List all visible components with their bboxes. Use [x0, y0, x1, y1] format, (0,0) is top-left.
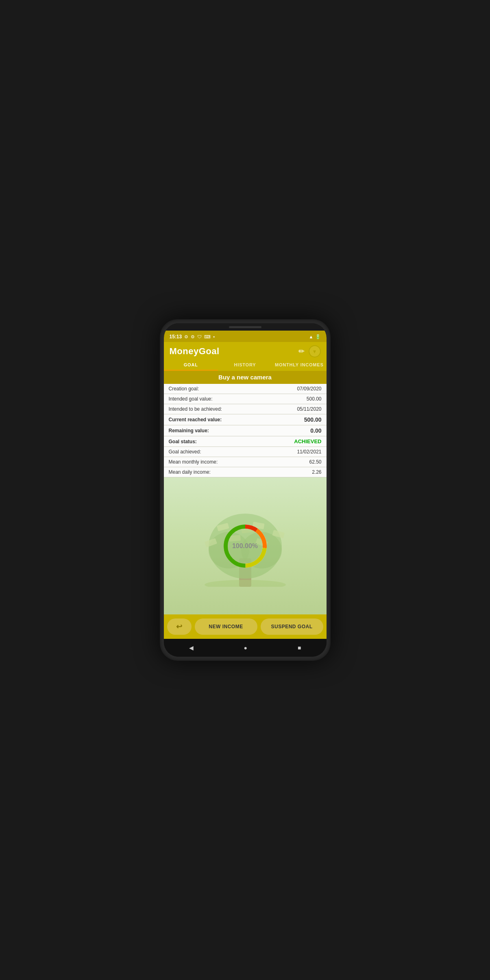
tab-history[interactable]: HISTORY	[218, 359, 272, 371]
tabs-bar: GOAL HISTORY MONTHLY INCOMES	[164, 359, 327, 371]
row-value-intended-value: 500.00	[307, 396, 322, 402]
tree-area: 100.00%	[164, 477, 327, 614]
bottom-bar: ↩ NEW INCOME SUSPEND GOAL	[164, 614, 327, 639]
android-nav-bar: ◀ ● ■	[164, 639, 327, 657]
nav-back-button[interactable]: ◀	[183, 643, 200, 653]
table-row: Remaining value: 0.00	[164, 425, 327, 436]
table-row: Mean daily income: 2.26	[164, 467, 327, 477]
nav-home-button[interactable]: ●	[237, 643, 254, 653]
row-value-remaining: 0.00	[310, 427, 321, 434]
row-value-current: 500.00	[304, 416, 322, 423]
suspend-goal-button[interactable]: SUSPEND GOAL	[261, 618, 323, 635]
row-label-goal-achieved: Goal achieved:	[169, 449, 201, 455]
shield-icon: 🛡	[197, 334, 202, 339]
signal-icon: ▲	[309, 334, 314, 339]
status-time: 15:13	[170, 334, 182, 340]
row-value-creation: 07/09/2020	[297, 386, 321, 392]
row-label-status: Goal status:	[169, 439, 197, 444]
row-label-monthly: Mean monthly income:	[169, 459, 218, 465]
app-header: MoneyGoal ✏ ▾	[164, 342, 327, 359]
notch-bar	[164, 323, 327, 331]
main-content: Buy a new camera Creation goal: 07/09/20…	[164, 371, 327, 614]
app-title: MoneyGoal	[170, 346, 220, 357]
row-label-creation: Creation goal:	[169, 386, 199, 392]
back-button[interactable]: ↩	[167, 618, 192, 635]
header-row: MoneyGoal ✏ ▾	[170, 345, 321, 357]
new-income-button[interactable]: NEW INCOME	[195, 618, 257, 635]
table-row: Intended goal value: 500.00	[164, 394, 327, 404]
phone-device: 15:13 ⚙ ⚙ 🛡 ⌨ • ▲ 🔋 MoneyGoal ✏ ▾	[160, 319, 331, 661]
row-label-remaining: Remaining value:	[169, 428, 209, 433]
row-label-intended-date: Intended to be achieved:	[169, 406, 222, 412]
progress-ring-container: 100.00%	[221, 522, 270, 571]
info-table: Creation goal: 07/09/2020 Intended goal …	[164, 384, 327, 477]
dropdown-button[interactable]: ▾	[309, 345, 321, 357]
status-left: 15:13 ⚙ ⚙ 🛡 ⌨ •	[170, 334, 215, 340]
goal-header: Buy a new camera	[164, 371, 327, 384]
row-label-current: Current reached value:	[169, 417, 222, 422]
table-row: Mean monthly income: 62.50	[164, 457, 327, 467]
nav-recents-button[interactable]: ■	[291, 643, 307, 653]
battery-icon: 🔋	[315, 334, 321, 340]
table-row: Goal achieved: 11/02/2021	[164, 447, 327, 457]
back-icon: ↩	[176, 622, 183, 631]
table-row: Creation goal: 07/09/2020	[164, 384, 327, 394]
status-right: ▲ 🔋	[309, 334, 321, 340]
tab-monthly-incomes[interactable]: MONTHLY INCOMES	[272, 359, 326, 371]
goal-title: Buy a new camera	[218, 374, 272, 381]
row-value-status: ACHIEVED	[294, 438, 321, 444]
keyboard-icon: ⌨	[204, 334, 211, 340]
tab-goal[interactable]: GOAL	[164, 359, 218, 371]
dot-icon: •	[213, 334, 215, 339]
header-icons: ✏ ▾	[298, 345, 321, 357]
table-row: Current reached value: 500.00	[164, 414, 327, 425]
table-row: Intended to be achieved: 05/11/2020	[164, 404, 327, 414]
speaker	[229, 326, 261, 328]
chevron-down-icon: ▾	[313, 348, 316, 355]
row-label-intended-value: Intended goal value:	[169, 396, 213, 402]
phone-screen: 15:13 ⚙ ⚙ 🛡 ⌨ • ▲ 🔋 MoneyGoal ✏ ▾	[164, 323, 327, 657]
progress-percent-text: 100.00%	[232, 542, 258, 550]
row-value-goal-achieved: 11/02/2021	[297, 449, 321, 455]
status-bar: 15:13 ⚙ ⚙ 🛡 ⌨ • ▲ 🔋	[164, 331, 327, 342]
table-row: Goal status: ACHIEVED	[164, 436, 327, 447]
row-value-intended-date: 05/11/2020	[297, 406, 321, 412]
settings-icon-2: ⚙	[191, 334, 195, 340]
settings-icon-1: ⚙	[184, 334, 188, 340]
row-value-daily: 2.26	[312, 469, 321, 475]
edit-button[interactable]: ✏	[298, 347, 305, 356]
row-value-monthly: 62.50	[309, 459, 321, 465]
row-label-daily: Mean daily income:	[169, 469, 211, 475]
svg-point-11	[205, 580, 286, 587]
